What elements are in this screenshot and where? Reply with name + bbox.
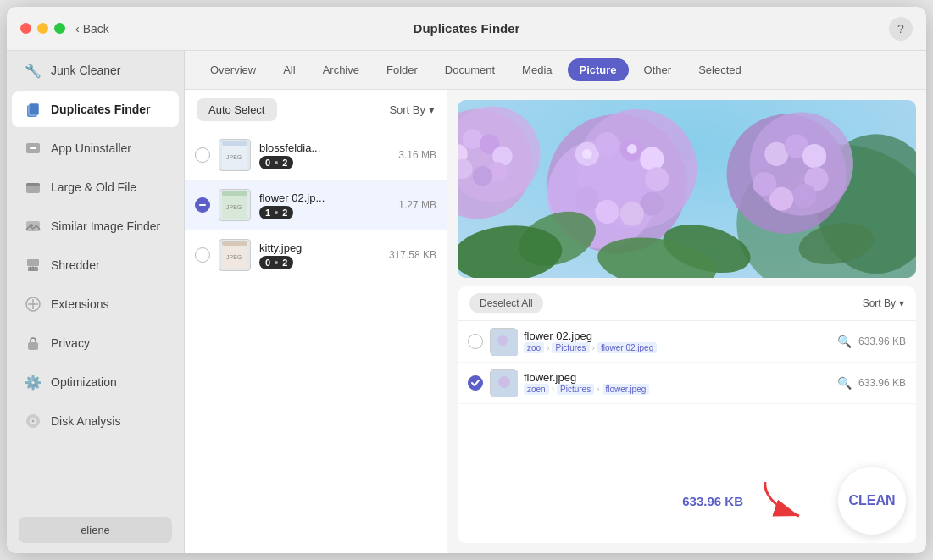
dup-thumbnail-0 <box>490 328 517 355</box>
tab-document[interactable]: Document <box>433 58 507 81</box>
tab-selected[interactable]: Selected <box>686 58 753 81</box>
badge-dot-1 <box>275 211 278 214</box>
tabs-bar: Overview All Archive Folder Document Med… <box>185 51 926 90</box>
tab-other[interactable]: Other <box>632 58 684 81</box>
disk-analysis-icon <box>24 412 42 430</box>
sidebar-item-large-old-file[interactable]: Large & Old File <box>12 169 179 205</box>
svg-point-55 <box>627 144 637 154</box>
back-button[interactable]: ‹ Back <box>75 22 109 36</box>
badge-num-2b: 2 <box>282 258 287 268</box>
sidebar-footer: eliene <box>7 507 184 553</box>
main-window: ‹ Back Duplicates Finder ? 🔧 Junk Cleane… <box>7 7 926 553</box>
red-arrow <box>757 478 825 524</box>
privacy-icon <box>24 334 42 352</box>
sidebar-item-disk-analysis[interactable]: Disk Analysis <box>12 403 179 439</box>
sidebar: 🔧 Junk Cleaner Duplicates Finder App Uni… <box>7 51 185 553</box>
dup-checkbox-1[interactable] <box>468 375 483 391</box>
sidebar-item-similar-image-finder[interactable]: Similar Image Finder <box>12 208 179 244</box>
dup-file-name-0: flower 02.jpeg <box>524 330 830 342</box>
similar-image-finder-icon <box>24 217 42 236</box>
duplicates-finder-icon <box>24 100 42 119</box>
path-folder-0b: Pictures <box>552 342 589 353</box>
svg-text:JPEG: JPEG <box>226 154 242 160</box>
svg-point-51 <box>620 202 644 225</box>
search-icon-1[interactable]: 🔍 <box>837 376 852 390</box>
file-info-1: flower 02.jp... 1 2 <box>259 191 390 219</box>
junk-cleaner-icon: 🔧 <box>24 61 42 80</box>
list-item[interactable]: JPEG flower 02.jp... 1 2 1.27 MB <box>185 180 447 230</box>
file-list-panel: Auto Select Sort By ▾ JPEG <box>185 90 447 553</box>
close-button[interactable] <box>20 23 31 34</box>
maximize-button[interactable] <box>54 23 65 34</box>
sort-by-control[interactable]: Sort By ▾ <box>389 103 435 116</box>
dup-file-info-1: flower.jpeg zoen › Pictures › flower.jpe… <box>524 371 830 395</box>
chevron-down-icon: ▾ <box>429 103 435 116</box>
tab-all[interactable]: All <box>271 58 307 81</box>
sidebar-item-privacy[interactable]: Privacy <box>12 325 179 361</box>
total-size: 633.96 KB <box>682 494 743 508</box>
svg-point-64 <box>753 172 776 196</box>
svg-point-36 <box>463 129 483 149</box>
list-item[interactable]: JPEG kitty.jpeg 0 2 317.58 KB <box>185 230 447 280</box>
user-button[interactable]: eliene <box>19 517 172 543</box>
sidebar-item-junk-cleaner[interactable]: 🔧 Junk Cleaner <box>12 53 179 88</box>
dup-checkbox-0[interactable] <box>468 334 483 349</box>
back-label: Back <box>83 22 109 36</box>
sidebar-item-extensions[interactable]: Extensions <box>12 286 179 322</box>
tab-media[interactable]: Media <box>510 58 564 81</box>
titlebar: ‹ Back Duplicates Finder ? <box>7 7 926 51</box>
extensions-icon <box>24 295 42 313</box>
dup-file-info-0: flower 02.jpeg zoo › Pictures › flower 0… <box>524 330 830 353</box>
sidebar-item-optimization[interactable]: ⚙️ Optimization <box>12 364 179 400</box>
panel-footer: 633.96 KB CLEAN <box>458 458 916 543</box>
minimize-button[interactable] <box>37 23 48 34</box>
tab-picture[interactable]: Picture <box>568 58 629 81</box>
dup-sort-by[interactable]: Sort By ▾ <box>863 297 904 309</box>
sidebar-label-optimization: Optimization <box>51 375 117 389</box>
dup-row-0[interactable]: flower 02.jpeg zoo › Pictures › flower 0… <box>458 321 916 363</box>
sidebar-item-app-uninstaller[interactable]: App Uninstaller <box>12 130 179 166</box>
dup-file-path-0: zoo › Pictures › flower 02.jpeg <box>524 342 830 353</box>
badge-num-2a: 0 <box>265 258 270 268</box>
svg-rect-23 <box>199 204 206 206</box>
dup-row-1[interactable]: flower.jpeg zoen › Pictures › flower.jpe… <box>458 363 916 404</box>
dup-file-name-1: flower.jpeg <box>524 371 830 384</box>
sidebar-label-large-old-file: Large & Old File <box>51 180 136 194</box>
list-item[interactable]: JPEG blossfeldia... 0 2 3.16 MB <box>185 130 447 180</box>
svg-point-72 <box>497 335 508 346</box>
file-list-header: Auto Select Sort By ▾ <box>185 90 447 130</box>
help-button[interactable]: ? <box>889 17 913 41</box>
file-thumbnail-0: JPEG <box>219 139 251 171</box>
svg-point-52 <box>595 200 619 224</box>
svg-point-19 <box>32 420 35 423</box>
svg-rect-1 <box>29 103 39 115</box>
search-icon-0[interactable]: 🔍 <box>837 335 852 348</box>
file-checkbox-2[interactable] <box>195 247 210 263</box>
dup-sort-by-label: Sort By <box>863 297 896 309</box>
file-checkbox-0[interactable] <box>195 147 210 163</box>
sidebar-item-duplicates-finder[interactable]: Duplicates Finder <box>12 91 179 127</box>
path-folder-0c: flower 02.jpeg <box>597 342 657 353</box>
file-thumbnail-2: JPEG <box>219 239 251 271</box>
badge-dot-0 <box>275 161 278 164</box>
tab-overview[interactable]: Overview <box>198 58 268 81</box>
auto-select-button[interactable]: Auto Select <box>197 98 277 121</box>
sidebar-item-shredder[interactable]: Shredder <box>12 247 179 283</box>
sidebar-label-privacy: Privacy <box>51 336 90 350</box>
sort-by-label: Sort By <box>389 103 425 116</box>
deselect-all-button[interactable]: Deselect All <box>469 293 543 313</box>
svg-point-54 <box>582 149 592 159</box>
svg-rect-5 <box>26 183 40 186</box>
file-checkbox-1[interactable] <box>195 197 210 213</box>
svg-rect-16 <box>28 342 38 350</box>
file-list-items: JPEG blossfeldia... 0 2 3.16 MB <box>185 130 447 553</box>
clean-button[interactable]: CLEAN <box>838 467 906 535</box>
file-name-0: blossfeldia... <box>259 141 390 154</box>
chevron-left-icon: ‹ <box>75 22 80 36</box>
tab-archive[interactable]: Archive <box>311 58 371 81</box>
file-size-1: 1.27 MB <box>398 199 436 211</box>
svg-point-49 <box>645 167 669 191</box>
tab-folder[interactable]: Folder <box>375 58 430 81</box>
dup-list-header: Deselect All Sort By ▾ <box>458 286 916 321</box>
file-size-2: 317.58 KB <box>389 249 436 261</box>
